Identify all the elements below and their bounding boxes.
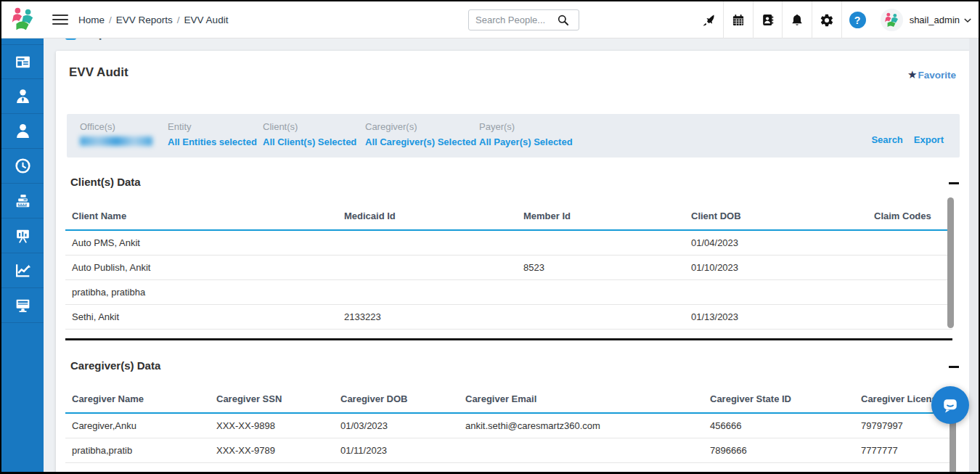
table-cell — [338, 280, 517, 305]
table-cell — [867, 280, 952, 305]
star-icon: ★ — [907, 68, 917, 81]
column-header: Caregiver DOB — [334, 386, 459, 413]
bell-icon — [790, 13, 804, 28]
favorite-label: Favorite — [918, 70, 956, 81]
column-header: Client DOB — [685, 203, 867, 230]
launch-button[interactable] — [694, 1, 723, 38]
help-icon: ? — [849, 12, 866, 28]
username-label: shail_admin — [910, 15, 960, 25]
filter-caregivers[interactable]: Caregiver(s) All Caregiver(s) Selected — [365, 121, 476, 147]
filter-entity[interactable]: Entity All Entities selected — [168, 121, 257, 147]
table-cell — [459, 438, 703, 463]
clients-table: Client NameMedicaid IdMember IdClient DO… — [65, 203, 952, 388]
search-icon[interactable] — [557, 14, 569, 26]
table-cell: 01/11/2023 — [334, 438, 459, 463]
collapse-caregivers-button[interactable] — [949, 366, 959, 368]
table-cell: 01/03/2023 — [334, 463, 459, 474]
table-cell: 01/10/2023 — [685, 256, 867, 280]
client-icon — [14, 122, 32, 140]
table-cell — [338, 256, 517, 280]
notifications-button[interactable] — [783, 1, 812, 38]
chat-icon — [940, 395, 960, 415]
column-header: Caregiver State ID — [703, 386, 854, 413]
table-row[interactable]: Caregiver,AnkuXXX-XX-989801/03/2023ankit… — [65, 413, 952, 438]
table-row[interactable]: pratibha,pratibXXX-XX-978901/11/20237896… — [65, 438, 952, 463]
search-button[interactable]: Search — [871, 134, 902, 145]
table-cell: pratibha, pratibha — [65, 280, 338, 305]
app-logo[interactable] — [1, 1, 44, 38]
filter-label: Entity — [168, 121, 257, 132]
breadcrumb-evv-audit: EVV Audit — [184, 15, 229, 25]
search-input[interactable] — [475, 15, 557, 25]
column-header: Caregiver Name — [65, 386, 210, 413]
menu-toggle-button[interactable] — [52, 12, 68, 28]
cash-register-icon — [14, 192, 32, 210]
breadcrumb: Home / EVV Reports / EVV Audit — [78, 15, 228, 25]
filter-offices[interactable]: Office(s) — [80, 121, 152, 146]
user-menu[interactable]: shail_admin — [873, 1, 974, 38]
filter-value[interactable]: All Caregiver(s) Selected — [365, 136, 476, 147]
table-cell — [867, 256, 952, 280]
sidebar-item-caregivers[interactable] — [1, 79, 44, 114]
top-bar: Home / EVV Reports / EVV Audit — [1, 1, 979, 38]
clients-vertical-scrollbar[interactable] — [947, 197, 954, 328]
page-title: EVV Audit — [69, 65, 128, 80]
table-cell: ankit.sethi@caresmartz360.com — [459, 413, 703, 438]
clients-table-header-row: Client NameMedicaid IdMember IdClient DO… — [65, 203, 952, 230]
people-search[interactable] — [468, 9, 579, 30]
column-header: Member Id — [517, 203, 685, 230]
table-row[interactable]: pratibha, pratibha — [65, 280, 952, 305]
breadcrumb-evv-reports[interactable]: EVV Reports — [116, 15, 173, 25]
sidebar-item-analytics[interactable] — [1, 253, 44, 288]
filter-offices-value-redacted — [80, 136, 152, 146]
filter-label: Payer(s) — [479, 121, 573, 132]
column-header: Medicaid Id — [338, 203, 517, 230]
sidebar-nav — [1, 38, 44, 472]
topbar-actions: ? shail_admin — [694, 1, 974, 38]
table-cell — [517, 305, 685, 330]
filter-bar: Office(s) Entity All Entities selected C… — [67, 114, 960, 158]
filter-label: Client(s) — [263, 121, 356, 132]
filter-value[interactable]: All Entities selected — [168, 136, 257, 147]
rocket-icon — [701, 13, 716, 28]
filter-value[interactable]: All Client(s) Selected — [263, 136, 356, 147]
table-row[interactable]: Sethi, Ankit213322301/13/2023 — [65, 305, 952, 330]
table-cell: 01/03/2023 — [334, 413, 459, 438]
sidebar-item-reports[interactable] — [1, 218, 44, 253]
sidebar-item-clients[interactable] — [1, 114, 44, 149]
filter-label: Caregiver(s) — [365, 121, 476, 132]
live-chat-button[interactable] — [931, 386, 969, 424]
sidebar-item-schedule[interactable] — [1, 149, 44, 184]
contacts-button[interactable] — [754, 1, 782, 38]
table-row[interactable]: Auto PMS, Ankit01/04/2023 — [65, 230, 952, 256]
table-cell: Sethi New Ankit — [65, 463, 210, 474]
calendar-button[interactable] — [724, 1, 753, 38]
table-row[interactable]: Auto Publish, Ankit852301/10/2023 — [65, 256, 952, 280]
monitor-icon — [14, 296, 32, 314]
caregivers-table: Caregiver NameCaregiver SSNCaregiver DOB… — [65, 386, 952, 474]
table-cell: pratibha,pratib — [65, 438, 210, 463]
table-row[interactable]: Sethi New AnkitXXX-XX-989801/03/2023anki… — [65, 463, 952, 474]
clock-icon — [14, 157, 32, 175]
sidebar-item-dashboard[interactable] — [1, 44, 44, 79]
table-cell: ankit.sethi@caresmartz360.com — [459, 463, 703, 474]
dashboard-icon — [14, 53, 32, 71]
evv-audit-screen: Report EVV Audit ★ Favorite Office(s) En… — [0, 0, 980, 474]
avatar — [881, 9, 903, 31]
sidebar-item-billing[interactable] — [1, 184, 44, 218]
filter-clients[interactable]: Client(s) All Client(s) Selected — [263, 121, 356, 147]
clients-horizontal-scrollbar[interactable] — [65, 338, 952, 340]
filter-payers[interactable]: Payer(s) All Payer(s) Selected — [479, 121, 573, 147]
collapse-clients-button[interactable] — [949, 182, 959, 184]
breadcrumb-home[interactable]: Home — [78, 15, 105, 25]
favorite-button[interactable]: ★ Favorite — [907, 68, 956, 81]
table-cell: XXX-XX-9898 — [210, 463, 334, 474]
export-button[interactable]: Export — [914, 134, 944, 145]
sidebar-item-telephony[interactable] — [1, 288, 44, 323]
table-cell — [517, 280, 685, 305]
help-button[interactable]: ? — [842, 1, 873, 38]
line-chart-icon — [14, 261, 32, 279]
filter-value[interactable]: All Payer(s) Selected — [479, 136, 573, 147]
caregiver-icon — [14, 87, 32, 105]
settings-button[interactable] — [812, 1, 841, 38]
